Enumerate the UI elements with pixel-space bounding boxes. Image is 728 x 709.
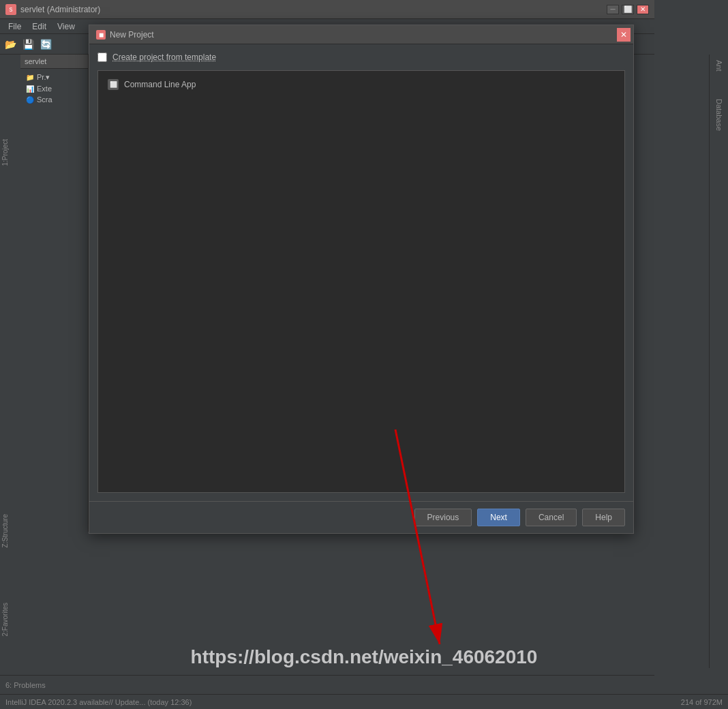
chart-icon: 📊: [26, 85, 34, 93]
menu-file[interactable]: File: [3, 20, 27, 33]
minimize-button[interactable]: ─: [607, 5, 619, 14]
tree-item-scratch-label: Scra: [37, 95, 52, 104]
menu-view[interactable]: View: [52, 20, 80, 33]
create-from-template-label: Create project from template: [112, 52, 216, 62]
previous-button[interactable]: Previous: [414, 509, 472, 526]
database-panel-tab[interactable]: Database: [715, 99, 723, 131]
folder-icon: 📁: [26, 74, 34, 81]
template-item-icon: ⬜: [108, 79, 119, 90]
right-panel: Ant Database: [709, 55, 728, 668]
refresh-button[interactable]: 🔄: [38, 37, 53, 52]
project-tree: 📁 Pr.▾ 📊 Exte 🔵 Scra: [20, 69, 88, 108]
problems-tab[interactable]: 6: Problems: [5, 681, 46, 689]
ide-titlebar: s servlet (Administrator) ─ ⬜ ✕: [0, 0, 654, 19]
project-panel-header: servlet: [20, 55, 88, 69]
tree-item-ext-label: Exte: [37, 85, 52, 93]
menu-edit[interactable]: Edit: [27, 20, 52, 33]
favorites-tab[interactable]: 2:Favorites: [0, 600, 12, 639]
dialog-footer: Previous Next Cancel Help: [89, 501, 633, 533]
restore-button[interactable]: ⬜: [622, 5, 634, 14]
tree-item-scratches[interactable]: 🔵 Scra: [23, 94, 85, 105]
tree-item-projects[interactable]: 📁 Pr.▾: [23, 72, 85, 83]
window-controls: ─ ⬜ ✕: [607, 5, 649, 14]
next-button[interactable]: Next: [477, 509, 520, 526]
save-button[interactable]: 💾: [20, 37, 35, 52]
structure-tab[interactable]: Z:Structure: [0, 511, 12, 550]
template-checkbox-row: Create project from template: [97, 52, 625, 62]
help-button[interactable]: Help: [582, 509, 625, 526]
project-panel: servlet 📁 Pr.▾ 📊 Exte 🔵 Scra: [20, 55, 89, 532]
scratch-icon: 🔵: [26, 96, 34, 104]
template-list: ⬜ Command Line App: [97, 70, 625, 493]
dialog-titlebar: ◼ New Project ✕: [89, 25, 633, 44]
create-from-template-checkbox[interactable]: [97, 52, 107, 62]
dialog-icon: ◼: [96, 30, 106, 40]
ant-panel-tab[interactable]: Ant: [715, 60, 723, 72]
template-item-label: Command Line App: [124, 80, 196, 89]
dialog-title: New Project: [110, 30, 154, 40]
project-tab[interactable]: 1:Project: [0, 136, 12, 168]
tree-item-label: Pr.▾: [37, 73, 50, 82]
template-item-command-line[interactable]: ⬜ Command Line App: [104, 76, 619, 93]
bottom-panel: 6: Problems: [0, 675, 654, 694]
dialog-close-button[interactable]: ✕: [617, 28, 631, 42]
memory-indicator: 214 of 972M: [681, 698, 723, 706]
open-folder-button[interactable]: 📂: [3, 37, 18, 52]
close-button[interactable]: ✕: [637, 5, 649, 14]
ide-title: servlet (Administrator): [20, 5, 100, 14]
status-bar: IntelliJ IDEA 2020.2.3 available// Updat…: [0, 694, 728, 709]
dialog-content: Create project from template ⬜ Command L…: [89, 44, 633, 501]
tree-item-external[interactable]: 📊 Exte: [23, 83, 85, 94]
project-name: servlet: [25, 57, 46, 65]
cancel-button[interactable]: Cancel: [526, 509, 577, 526]
status-text: IntelliJ IDEA 2020.2.3 available// Updat…: [5, 698, 192, 706]
new-project-dialog: ◼ New Project ✕ Create project from temp…: [89, 25, 634, 534]
ide-icon: s: [5, 4, 16, 15]
